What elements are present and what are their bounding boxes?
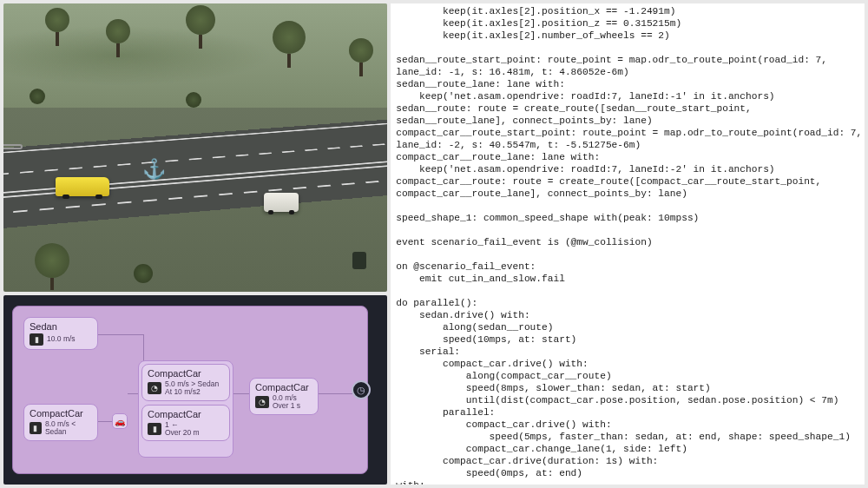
node-title: CompactCar xyxy=(255,382,312,392)
node-speed: 10.0 m/s xyxy=(47,335,76,343)
lane-divider-dashed xyxy=(3,140,387,180)
scenario-code[interactable]: keep(it.axles[2].position_x == -1.2491m)… xyxy=(391,3,865,485)
road-surface xyxy=(3,117,387,235)
graph-node-compact-stop[interactable]: CompactCar ◔ 0.0 m/sOver 1 s xyxy=(249,378,319,415)
graph-container: Sedan ▮ 10.0 m/s CompactCar ▮ 8.0 m/s < … xyxy=(12,306,368,474)
tree-icon xyxy=(45,8,69,46)
tree-icon xyxy=(35,243,69,290)
vehicle-compact[interactable] xyxy=(264,193,299,212)
graph-group-parallel[interactable]: CompactCar ◔ 5.0 m/s > SedanAt 10 m/s2 C… xyxy=(138,360,233,458)
node-detail: 0.0 m/sOver 1 s xyxy=(273,394,300,411)
tree-icon xyxy=(349,38,373,76)
trash-bin-prop xyxy=(352,252,366,269)
code-editor-panel[interactable]: keep(it.axles[2].position_x == -1.2491m)… xyxy=(391,3,865,485)
graph-connector xyxy=(96,334,144,335)
bush-icon xyxy=(30,89,45,104)
vehicle-link-chip[interactable]: 🚗 xyxy=(112,413,128,429)
tree-icon xyxy=(186,5,215,49)
graph-connector xyxy=(317,393,353,394)
gauge-icon: ◔ xyxy=(255,396,269,408)
gauge-icon: ◔ xyxy=(148,382,161,394)
timeline-clock-button[interactable]: ◷ xyxy=(352,380,371,399)
scenario-graph-panel[interactable]: Sedan ▮ 10.0 m/s CompactCar ▮ 8.0 m/s < … xyxy=(3,295,387,485)
tree-icon xyxy=(106,19,130,57)
node-title: Sedan xyxy=(30,321,92,332)
node-detail: 1 ←Over 20 m xyxy=(165,421,200,438)
graph-connector xyxy=(96,421,112,422)
node-speed: 8.0 m/s < Sedan xyxy=(45,420,92,437)
graph-node-compact-start[interactable]: CompactCar ▮ 8.0 m/s < Sedan xyxy=(23,404,98,441)
graph-connector xyxy=(232,393,249,394)
road-icon: ▮ xyxy=(30,422,42,434)
node-title: CompactCar xyxy=(30,408,92,419)
simulation-viewport[interactable]: ⚓ xyxy=(3,3,387,292)
axle-indicator xyxy=(3,144,23,149)
road-edge-line xyxy=(3,121,387,157)
node-title: CompactCar xyxy=(148,409,224,419)
graph-connector xyxy=(128,393,138,394)
tree-icon xyxy=(273,21,306,68)
graph-node-compact-speedup[interactable]: CompactCar ◔ 5.0 m/s > SedanAt 10 m/s2 xyxy=(141,364,230,401)
bush-icon xyxy=(134,264,153,283)
vehicle-sedan[interactable] xyxy=(56,177,109,196)
node-title: CompactCar xyxy=(148,368,224,379)
left-column: ⚓ Sedan ▮ 10.0 m/s xyxy=(3,3,387,485)
app-root: ⚓ Sedan ▮ 10.0 m/s xyxy=(0,0,868,488)
node-detail: 5.0 m/s > SedanAt 10 m/s2 xyxy=(165,380,219,397)
graph-node-sedan[interactable]: Sedan ▮ 10.0 m/s xyxy=(23,317,98,350)
road-icon: ▮ xyxy=(30,333,43,346)
anchor-icon: ⚓ xyxy=(142,158,166,181)
road-icon: ▮ xyxy=(148,423,161,435)
graph-node-compact-lanechange[interactable]: CompactCar ▮ 1 ←Over 20 m xyxy=(141,405,230,442)
bush-icon xyxy=(186,92,201,108)
